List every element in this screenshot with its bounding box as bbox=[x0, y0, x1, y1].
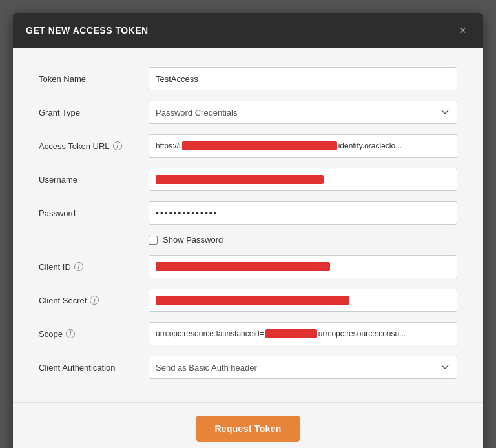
access-token-url-redacted bbox=[182, 141, 337, 150]
scope-prefix: urn:opc:resource:fa:instanceid= bbox=[156, 329, 264, 338]
client-id-field[interactable] bbox=[149, 255, 457, 278]
scope-row: Scope i urn:opc:resource:fa:instanceid= … bbox=[39, 322, 457, 345]
client-secret-row: Client Secret i bbox=[39, 289, 457, 312]
client-id-redacted bbox=[156, 262, 330, 271]
client-id-row: Client ID i bbox=[39, 255, 457, 278]
close-button[interactable]: × bbox=[455, 23, 470, 37]
dialog-footer: Request Token bbox=[13, 402, 483, 448]
dialog-header: GET NEW ACCESS TOKEN × bbox=[13, 13, 483, 48]
show-password-label: Show Password bbox=[163, 235, 223, 245]
password-label: Password bbox=[39, 209, 149, 218]
show-password-row: Show Password bbox=[149, 235, 457, 245]
grant-type-select[interactable]: Password Credentials Authorization Code … bbox=[149, 101, 457, 124]
username-row: Username bbox=[39, 168, 457, 191]
grant-type-row: Grant Type Password Credentials Authoriz… bbox=[39, 101, 457, 124]
scope-redacted bbox=[265, 329, 317, 338]
access-token-url-prefix: https://i bbox=[156, 141, 181, 150]
client-id-label: Client ID i bbox=[39, 262, 149, 272]
client-auth-select[interactable]: Send as Basic Auth header Send client cr… bbox=[149, 356, 457, 379]
client-auth-row: Client Authentication Send as Basic Auth… bbox=[39, 356, 457, 379]
client-secret-label: Client Secret i bbox=[39, 296, 149, 305]
show-password-checkbox[interactable] bbox=[149, 236, 158, 245]
access-token-url-field[interactable]: https://i identity.oracleclo... bbox=[149, 134, 457, 158]
scope-info-icon[interactable]: i bbox=[66, 329, 75, 338]
token-name-input[interactable] bbox=[149, 67, 457, 90]
client-secret-redacted bbox=[156, 296, 349, 305]
access-token-url-suffix: identity.oracleclo... bbox=[338, 141, 402, 150]
scope-field[interactable]: urn:opc:resource:fa:instanceid= urn:opc:… bbox=[149, 322, 457, 345]
client-secret-field[interactable] bbox=[149, 289, 457, 312]
token-name-label: Token Name bbox=[39, 74, 149, 84]
dialog-title: GET NEW ACCESS TOKEN bbox=[26, 25, 149, 36]
grant-type-label: Grant Type bbox=[39, 108, 149, 117]
client-auth-label: Client Authentication bbox=[39, 363, 149, 372]
username-field[interactable] bbox=[149, 168, 457, 191]
request-token-button[interactable]: Request Token bbox=[196, 416, 299, 442]
client-secret-info-icon[interactable]: i bbox=[90, 296, 99, 305]
get-access-token-dialog: GET NEW ACCESS TOKEN × Token Name Grant … bbox=[13, 13, 483, 448]
access-token-url-row: Access Token URL i https://i identity.or… bbox=[39, 134, 457, 158]
username-redacted bbox=[156, 175, 324, 184]
access-token-url-label: Access Token URL i bbox=[39, 141, 149, 151]
password-input[interactable] bbox=[149, 201, 457, 225]
token-name-row: Token Name bbox=[39, 67, 457, 90]
access-token-url-info-icon[interactable]: i bbox=[113, 141, 122, 150]
scope-suffix: urn:opc:resource:consu... bbox=[318, 329, 406, 338]
password-row: Password bbox=[39, 201, 457, 225]
username-label: Username bbox=[39, 175, 149, 185]
dialog-body: Token Name Grant Type Password Credentia… bbox=[13, 48, 483, 402]
scope-label: Scope i bbox=[39, 329, 149, 339]
client-id-info-icon[interactable]: i bbox=[74, 262, 83, 271]
